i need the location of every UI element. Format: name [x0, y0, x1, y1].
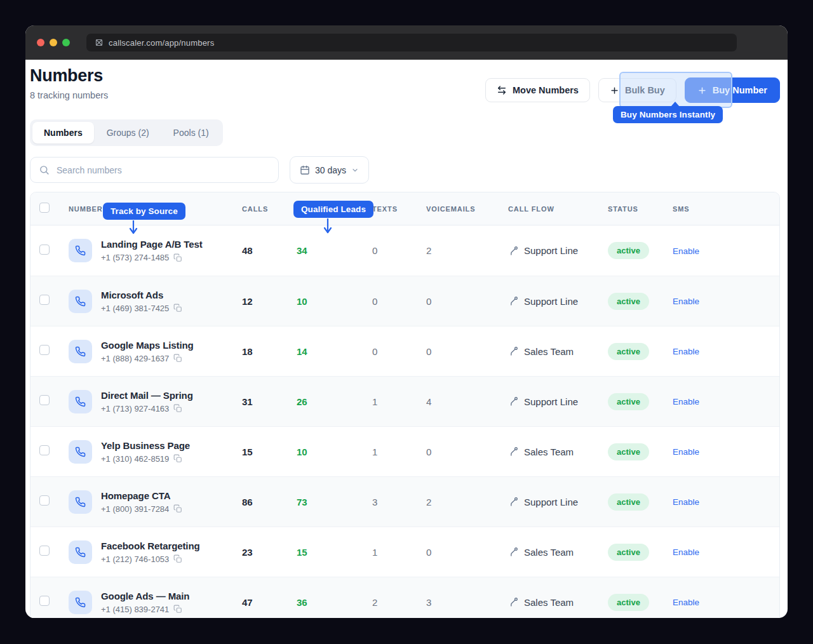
browser-chrome: callscaler.com/app/numbers: [25, 25, 788, 60]
calls-value: 12: [242, 296, 297, 307]
phone-tile: [69, 290, 92, 313]
browser-window: callscaler.com/app/numbers Numbers 8 tra…: [25, 25, 788, 618]
number-phone: +1 (415) 839-2741: [101, 605, 169, 614]
texts-value: 2: [372, 597, 426, 608]
number-name: Landing Page A/B Test: [101, 239, 203, 250]
table-row[interactable]: Direct Mail — Spring +1 (713) 927-4163 3…: [30, 376, 779, 426]
copy-icon[interactable]: [173, 554, 182, 563]
select-all-checkbox[interactable]: [39, 203, 50, 213]
table-row[interactable]: Yelp Business Page +1 (310) 462-8519 15 …: [30, 426, 779, 476]
maximize-window-button[interactable]: [62, 39, 70, 46]
copy-icon[interactable]: [173, 454, 182, 463]
qualified-leads-tooltip: Qualified Leads: [293, 201, 373, 218]
qualified-value: 14: [297, 346, 372, 357]
page-subtitle: 8 tracking numbers: [30, 90, 108, 100]
tab-pools[interactable]: Pools (1): [162, 122, 220, 144]
call-flow-icon: [508, 497, 518, 507]
copy-icon[interactable]: [173, 404, 182, 413]
column-header-status: STATUS: [608, 205, 673, 213]
texts-value: 1: [372, 446, 426, 457]
table-row[interactable]: Google Ads — Main +1 (415) 839-2741 47 3…: [30, 577, 779, 618]
view-tabs: Numbers Groups (2) Pools (1): [30, 119, 223, 146]
search-input[interactable]: [30, 157, 279, 183]
window-controls: [37, 39, 70, 46]
bulk-buy-button[interactable]: Bulk Buy: [598, 78, 676, 102]
table-row[interactable]: Homepage CTA +1 (800) 391-7284 86 73 3 2…: [30, 476, 779, 527]
table-row[interactable]: Landing Page A/B Test +1 (573) 274-1485 …: [30, 225, 779, 276]
row-checkbox[interactable]: [39, 245, 50, 255]
status-badge: active: [608, 443, 649, 460]
copy-icon[interactable]: [173, 354, 182, 363]
sms-enable-link[interactable]: Enable: [673, 547, 699, 557]
number-name: Google Maps Listing: [101, 340, 194, 351]
sms-enable-link[interactable]: Enable: [673, 397, 699, 406]
date-range-dropdown[interactable]: 30 days: [290, 156, 369, 184]
tab-groups[interactable]: Groups (2): [95, 122, 161, 144]
chevron-down-icon: [351, 166, 359, 174]
sms-enable-link[interactable]: Enable: [673, 246, 699, 256]
row-checkbox[interactable]: [39, 395, 50, 405]
column-header-voicemails: VOICEMAILS: [426, 205, 508, 213]
minimize-window-button[interactable]: [50, 39, 57, 46]
row-checkbox[interactable]: [39, 495, 50, 506]
number-name: Direct Mail — Spring: [101, 390, 193, 401]
buy-number-button[interactable]: Buy Number: [685, 77, 780, 103]
phone-icon: [75, 296, 86, 307]
copy-icon[interactable]: [173, 504, 182, 513]
texts-value: 1: [372, 547, 426, 558]
row-checkbox[interactable]: [39, 345, 50, 355]
calls-value: 18: [242, 346, 297, 357]
row-checkbox[interactable]: [39, 546, 50, 556]
sms-enable-link[interactable]: Enable: [673, 447, 699, 457]
qualified-value: 73: [297, 497, 372, 507]
voicemails-value: 0: [426, 547, 508, 558]
status-badge: active: [608, 242, 649, 259]
table-row[interactable]: Microsoft Ads +1 (469) 381-7425 12 10 0 …: [30, 276, 779, 326]
phone-icon: [75, 597, 86, 608]
phone-icon: [75, 547, 86, 558]
call-flow-name: Sales Team: [524, 547, 574, 558]
column-header-calls: CALLS: [242, 205, 297, 213]
calls-value: 47: [242, 597, 297, 608]
copy-icon[interactable]: [173, 253, 182, 262]
texts-value: 0: [372, 245, 426, 256]
buy-number-label: Buy Number: [713, 85, 767, 95]
row-checkbox[interactable]: [39, 295, 50, 305]
sms-enable-link[interactable]: Enable: [673, 297, 699, 306]
table-body: Landing Page A/B Test +1 (573) 274-1485 …: [30, 225, 779, 618]
call-flow-icon: [508, 246, 518, 256]
number-name: Yelp Business Page: [101, 440, 190, 451]
number-phone: +1 (212) 746-1053: [101, 554, 169, 564]
call-flow-icon: [508, 296, 518, 306]
call-flow-name: Support Line: [524, 497, 578, 507]
status-badge: active: [608, 343, 649, 360]
status-badge: active: [608, 544, 649, 561]
phone-tile: [69, 540, 92, 564]
voicemails-value: 0: [426, 346, 508, 357]
sms-enable-link[interactable]: Enable: [673, 598, 699, 607]
texts-value: 3: [372, 497, 426, 507]
number-name: Microsoft Ads: [101, 290, 182, 300]
url-text: callscaler.com/app/numbers: [109, 38, 214, 48]
search-box: [30, 157, 279, 183]
phone-icon: [75, 497, 86, 507]
table-row[interactable]: Google Maps Listing +1 (888) 429-1637 18…: [30, 326, 779, 376]
buy-numbers-instantly-tooltip: Buy Numbers Instantly: [613, 106, 723, 123]
row-checkbox[interactable]: [39, 596, 50, 606]
sms-enable-link[interactable]: Enable: [673, 497, 699, 507]
address-bar[interactable]: callscaler.com/app/numbers: [86, 34, 737, 51]
copy-icon[interactable]: [173, 304, 182, 312]
voicemails-value: 0: [426, 446, 508, 457]
copy-icon[interactable]: [173, 605, 182, 614]
sms-enable-link[interactable]: Enable: [673, 347, 699, 356]
close-window-button[interactable]: [37, 39, 44, 46]
calls-value: 23: [242, 547, 297, 558]
calls-value: 48: [242, 245, 297, 256]
table-row[interactable]: Facebook Retargeting +1 (212) 746-1053 2…: [30, 527, 779, 577]
move-numbers-button[interactable]: Move Numbers: [485, 78, 590, 102]
status-badge: active: [608, 594, 649, 611]
call-flow-icon: [508, 446, 518, 457]
date-range-value: 30 days: [315, 165, 346, 175]
row-checkbox[interactable]: [39, 445, 50, 455]
tab-numbers[interactable]: Numbers: [32, 122, 94, 144]
